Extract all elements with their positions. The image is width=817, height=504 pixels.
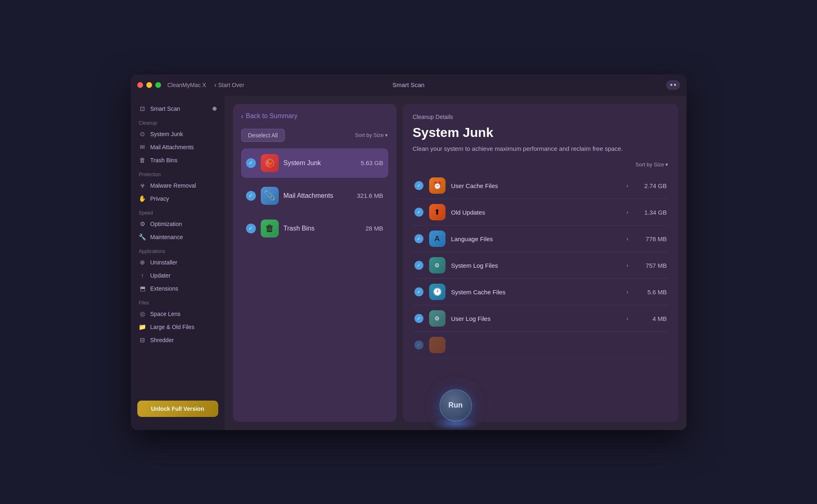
user-log-chevron-icon: › <box>627 315 629 322</box>
files-section-label: Files <box>131 295 225 307</box>
left-column: ‹ Back to Summary Deselect All Sort by S… <box>233 104 396 422</box>
sidebar-footer: Unlock Full Version <box>131 394 225 423</box>
minimize-button[interactable] <box>146 82 152 88</box>
sidebar-optimization-label: Optimization <box>150 221 182 227</box>
sidebar-item-space-lens[interactable]: ◎ Space Lens <box>131 307 225 320</box>
scan-item-trash-bins[interactable]: ✓ 🗑 Trash Bins 28 MB <box>241 214 388 243</box>
titlebar-center-title: Smart Scan <box>392 81 424 88</box>
sidebar-item-maintenance[interactable]: 🔧 Maintenance <box>131 231 225 244</box>
sidebar-mail-label: Mail Attachments <box>150 144 194 150</box>
language-files-check-icon: ✓ <box>414 234 423 243</box>
sidebar-item-mail-attachments[interactable]: ✉ Mail Attachments <box>131 141 225 154</box>
close-button[interactable] <box>137 82 143 88</box>
back-to-summary-label: Back to Summary <box>246 112 298 120</box>
start-over-button[interactable]: ‹ Start Over <box>214 81 244 89</box>
maximize-button[interactable] <box>155 82 161 88</box>
sidebar-item-trash-bins[interactable]: 🗑 Trash Bins <box>131 154 225 167</box>
smart-scan-badge <box>213 107 217 111</box>
sort-by-size-dropdown[interactable]: Sort by Size ▾ <box>355 132 388 138</box>
main-content: ⊡ Smart Scan Cleanup ⊙ System Junk ✉ Mai… <box>131 96 687 430</box>
sidebar-large-old-label: Large & Old Files <box>150 324 195 330</box>
sidebar: ⊡ Smart Scan Cleanup ⊙ System Junk ✉ Mai… <box>131 96 225 430</box>
large-old-files-icon: 📁 <box>139 323 146 331</box>
user-cache-size: 2.74 GB <box>634 182 667 189</box>
language-files-icon: A <box>429 231 445 247</box>
sidebar-item-privacy[interactable]: ✋ Privacy <box>131 192 225 205</box>
back-to-summary-chevron-icon: ‹ <box>241 112 244 121</box>
back-to-summary-button[interactable]: ‹ Back to Summary <box>241 112 388 121</box>
detail-item-language-files[interactable]: ✓ A Language Files › 778 MB <box>413 226 669 252</box>
system-junk-svg: 🍎 <box>264 157 275 169</box>
extensions-icon: ⬒ <box>139 285 146 292</box>
right-panel: ‹ Back to Summary Deselect All Sort by S… <box>225 96 687 430</box>
speed-section-label: Speed <box>131 205 225 217</box>
space-lens-icon: ◎ <box>139 310 146 318</box>
old-updates-icon: ⬆ <box>429 204 445 220</box>
system-junk-item-name: System Junk <box>284 159 356 167</box>
user-log-check-icon: ✓ <box>414 314 423 323</box>
detail-title: System Junk <box>413 125 669 140</box>
user-log-size: 4 MB <box>634 315 667 322</box>
user-log-name: User Log Files <box>451 315 621 322</box>
sidebar-malware-label: Malware Removal <box>150 182 196 189</box>
sidebar-item-malware-removal[interactable]: ☣ Malware Removal <box>131 179 225 192</box>
deselect-all-button[interactable]: Deselect All <box>241 129 285 142</box>
user-cache-name: User Cache Files <box>451 182 621 189</box>
user-cache-chevron-icon: › <box>627 182 629 189</box>
protection-section-label: Protection <box>131 167 225 179</box>
detail-sort-dropdown[interactable]: Sort by Size ▾ <box>636 161 669 168</box>
detail-sort-row: Sort by Size ▾ <box>413 161 669 168</box>
language-files-chevron-icon: › <box>627 235 629 242</box>
detail-description: Clean your system to achieve maximum per… <box>413 144 669 154</box>
old-updates-size: 1.34 GB <box>634 209 667 216</box>
run-button-container: Run <box>439 389 472 422</box>
run-button[interactable]: Run <box>439 389 472 422</box>
detail-item-partial[interactable]: ✓ <box>413 332 669 358</box>
system-log-size: 757 MB <box>634 262 667 269</box>
sidebar-extensions-label: Extensions <box>150 285 178 292</box>
language-files-size: 778 MB <box>634 235 667 242</box>
trash-bins-item-name: Trash Bins <box>284 225 361 232</box>
sidebar-item-shredder[interactable]: ⊟ Shredder <box>131 334 225 347</box>
titlebar: CleanMyMac X ‹ Start Over Smart Scan <box>131 74 687 96</box>
trash-bins-item-icon: 🗑 <box>261 220 279 237</box>
sidebar-trash-label: Trash Bins <box>150 157 177 164</box>
sidebar-item-large-old-files[interactable]: 📁 Large & Old Files <box>131 320 225 334</box>
sidebar-item-uninstaller[interactable]: ⊗ Uninstaller <box>131 256 225 269</box>
partial-check-icon: ✓ <box>414 340 423 349</box>
sidebar-uninstaller-label: Uninstaller <box>150 259 177 266</box>
system-log-icon: ⚙ <box>429 257 445 273</box>
sidebar-item-optimization[interactable]: ⚙ Optimization <box>131 217 225 231</box>
system-junk-icon: ⊙ <box>139 130 146 138</box>
sidebar-item-extensions[interactable]: ⬒ Extensions <box>131 282 225 295</box>
detail-item-system-cache[interactable]: ✓ 🕐 System Cache Files › 5.6 MB <box>413 279 669 305</box>
updater-icon: ↑ <box>139 272 146 279</box>
system-cache-check-icon: ✓ <box>414 287 423 296</box>
cleanup-details-label: Cleanup Details <box>413 114 669 120</box>
content-area: ‹ Back to Summary Deselect All Sort by S… <box>225 96 687 430</box>
user-log-icon: ⚙ <box>429 310 445 327</box>
detail-item-user-cache[interactable]: ✓ ⏰ User Cache Files › 2.74 GB <box>413 172 669 199</box>
system-cache-name: System Cache Files <box>451 289 621 296</box>
system-junk-item-icon: 🍎 <box>261 154 279 172</box>
shredder-icon: ⊟ <box>139 336 146 344</box>
system-log-chevron-icon: › <box>627 262 629 269</box>
mail-attachments-check-icon: ✓ <box>246 191 256 201</box>
unlock-full-version-button[interactable]: Unlock Full Version <box>137 401 218 417</box>
back-chevron-icon: ‹ <box>214 81 216 89</box>
sidebar-item-updater[interactable]: ↑ Updater <box>131 269 225 282</box>
detail-item-system-log[interactable]: ✓ ⚙ System Log Files › 757 MB <box>413 252 669 279</box>
detail-item-user-log[interactable]: ✓ ⚙ User Log Files › 4 MB <box>413 305 669 332</box>
old-updates-name: Old Updates <box>451 209 621 216</box>
privacy-icon: ✋ <box>139 195 146 202</box>
sidebar-system-junk-label: System Junk <box>150 131 183 137</box>
sidebar-item-smart-scan[interactable]: ⊡ Smart Scan <box>131 102 225 115</box>
sidebar-shredder-label: Shredder <box>150 337 174 343</box>
scan-item-mail-attachments[interactable]: ✓ 📎 Mail Attachments 321.6 MB <box>241 181 388 211</box>
sidebar-maintenance-label: Maintenance <box>150 234 183 240</box>
menu-button[interactable] <box>666 80 680 90</box>
scan-item-system-junk[interactable]: ✓ 🍎 System Junk 5.63 GB <box>241 148 388 178</box>
system-cache-chevron-icon: › <box>627 289 629 295</box>
sidebar-item-system-junk[interactable]: ⊙ System Junk <box>131 128 225 141</box>
detail-item-old-updates[interactable]: ✓ ⬆ Old Updates › 1.34 GB <box>413 199 669 226</box>
